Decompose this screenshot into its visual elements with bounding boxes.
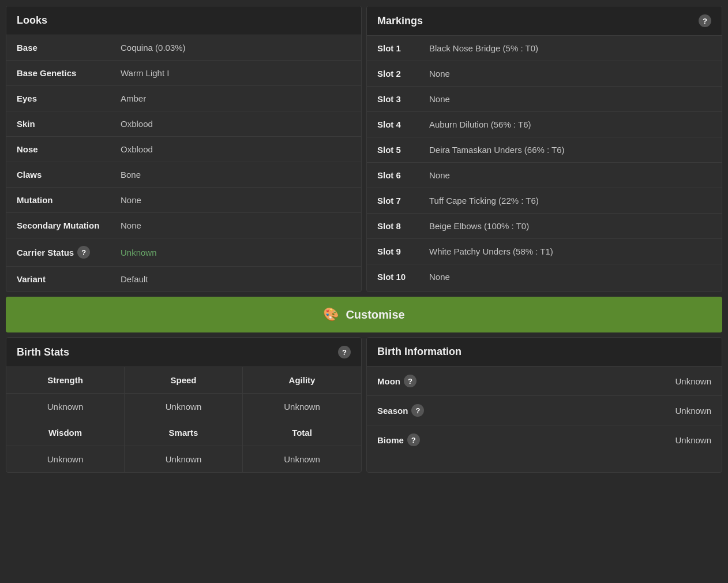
biome-help-icon[interactable]: ? bbox=[407, 433, 420, 446]
main-container: Looks Base Coquina (0.03%) Base Genetics… bbox=[0, 0, 728, 479]
markings-title: Markings bbox=[377, 15, 423, 27]
birth-info-label-season: Season ? bbox=[377, 404, 424, 417]
birth-info-row-season: Season ? Unknown bbox=[367, 396, 722, 425]
looks-row-skin: Skin Oxblood bbox=[6, 111, 361, 137]
bottom-row: Birth Stats ? Strength Speed Agility Unk… bbox=[6, 337, 722, 473]
markings-label-slot8: Slot 8 bbox=[377, 221, 429, 231]
birth-stats-title: Birth Stats bbox=[17, 346, 69, 358]
markings-value-slot7: Tuff Cape Ticking (22% : T6) bbox=[429, 196, 539, 205]
looks-label-base: Base bbox=[17, 43, 121, 53]
stats-value-smarts: Unknown bbox=[125, 446, 243, 472]
stats-grid: Strength Speed Agility Unknown Unknown U… bbox=[6, 367, 361, 420]
markings-row-slot2: Slot 2 None bbox=[367, 61, 722, 87]
birth-info-row-biome: Biome ? Unknown bbox=[367, 425, 722, 454]
season-help-icon[interactable]: ? bbox=[411, 404, 424, 417]
carrier-status-help-icon[interactable]: ? bbox=[77, 246, 90, 259]
birth-stats-panel: Birth Stats ? Strength Speed Agility Unk… bbox=[6, 337, 362, 473]
markings-label-slot2: Slot 2 bbox=[377, 69, 429, 79]
stats-header-total: Total bbox=[243, 420, 361, 446]
markings-value-slot10: None bbox=[429, 272, 450, 282]
looks-panel: Looks Base Coquina (0.03%) Base Genetics… bbox=[6, 6, 362, 292]
looks-label-carrier-status: Carrier Status ? bbox=[17, 246, 121, 259]
markings-value-slot1: Black Nose Bridge (5% : T0) bbox=[429, 43, 538, 53]
looks-row-base-genetics: Base Genetics Warm Light I bbox=[6, 61, 361, 86]
looks-row-eyes: Eyes Amber bbox=[6, 86, 361, 111]
looks-value-nose: Oxblood bbox=[121, 144, 153, 154]
markings-row-slot10: Slot 10 None bbox=[367, 264, 722, 289]
looks-label-eyes: Eyes bbox=[17, 94, 121, 103]
looks-value-secondary-mutation: None bbox=[121, 221, 141, 230]
stats-value-wisdom: Unknown bbox=[6, 446, 125, 472]
birth-info-label-biome: Biome ? bbox=[377, 433, 420, 446]
markings-label-slot4: Slot 4 bbox=[377, 119, 429, 129]
birth-info-label-moon: Moon ? bbox=[377, 375, 416, 387]
markings-row-slot4: Slot 4 Auburn Dilution (56% : T6) bbox=[367, 112, 722, 137]
looks-row-secondary-mutation: Secondary Mutation None bbox=[6, 213, 361, 238]
birth-info-value-season: Unknown bbox=[675, 406, 711, 416]
looks-label-base-genetics: Base Genetics bbox=[17, 68, 121, 78]
customise-button[interactable]: 🎨 Customise bbox=[6, 297, 722, 332]
birth-info-header: Birth Information bbox=[367, 338, 722, 367]
markings-label-slot6: Slot 6 bbox=[377, 170, 429, 180]
markings-header: Markings ? bbox=[367, 6, 722, 36]
customise-label: Customise bbox=[346, 308, 404, 322]
looks-label-secondary-mutation: Secondary Mutation bbox=[17, 221, 121, 230]
top-row: Looks Base Coquina (0.03%) Base Genetics… bbox=[6, 6, 722, 292]
birth-stats-help-icon[interactable]: ? bbox=[338, 346, 351, 358]
moon-help-icon[interactable]: ? bbox=[404, 375, 416, 387]
markings-label-slot1: Slot 1 bbox=[377, 43, 429, 53]
looks-row-carrier-status: Carrier Status ? Unknown bbox=[6, 238, 361, 267]
birth-info-value-moon: Unknown bbox=[675, 376, 711, 386]
markings-value-slot2: None bbox=[429, 69, 450, 79]
birth-info-biome-text: Biome bbox=[377, 435, 404, 445]
looks-value-variant: Default bbox=[121, 274, 148, 284]
looks-label-mutation: Mutation bbox=[17, 195, 121, 205]
markings-value-slot6: None bbox=[429, 170, 450, 180]
looks-value-mutation: None bbox=[121, 195, 141, 205]
markings-label-slot7: Slot 7 bbox=[377, 196, 429, 205]
birth-info-panel: Birth Information Moon ? Unknown Season … bbox=[366, 337, 722, 473]
looks-label-claws: Claws bbox=[17, 170, 121, 180]
birth-info-row-moon: Moon ? Unknown bbox=[367, 367, 722, 396]
looks-label-variant: Variant bbox=[17, 274, 121, 284]
markings-label-slot9: Slot 9 bbox=[377, 246, 429, 256]
looks-value-base: Coquina (0.03%) bbox=[121, 43, 186, 53]
looks-row-claws: Claws Bone bbox=[6, 162, 361, 188]
birth-info-title: Birth Information bbox=[377, 346, 461, 358]
looks-title: Looks bbox=[17, 14, 47, 27]
looks-label-nose: Nose bbox=[17, 144, 121, 154]
markings-label-slot5: Slot 5 bbox=[377, 145, 429, 155]
markings-row-slot3: Slot 3 None bbox=[367, 87, 722, 112]
stats-header-smarts: Smarts bbox=[125, 420, 243, 446]
markings-label-slot10: Slot 10 bbox=[377, 272, 429, 282]
stats-value-agility-row1: Unknown bbox=[243, 394, 361, 420]
birth-info-season-text: Season bbox=[377, 406, 408, 416]
markings-value-slot5: Deira Tamaskan Unders (66% : T6) bbox=[429, 145, 565, 155]
looks-value-skin: Oxblood bbox=[121, 119, 153, 129]
markings-row-slot7: Slot 7 Tuff Cape Ticking (22% : T6) bbox=[367, 188, 722, 214]
markings-help-icon[interactable]: ? bbox=[699, 14, 711, 27]
palette-icon: 🎨 bbox=[323, 307, 339, 322]
stats-header-speed: Speed bbox=[125, 367, 243, 394]
markings-row-slot5: Slot 5 Deira Tamaskan Unders (66% : T6) bbox=[367, 137, 722, 163]
stats-header-strength: Strength bbox=[6, 367, 125, 394]
looks-value-base-genetics: Warm Light I bbox=[121, 68, 169, 78]
birth-info-value-biome: Unknown bbox=[675, 435, 711, 445]
markings-value-slot3: None bbox=[429, 94, 450, 104]
looks-row-variant: Variant Default bbox=[6, 267, 361, 292]
markings-panel: Markings ? Slot 1 Black Nose Bridge (5% … bbox=[366, 6, 722, 292]
looks-label-skin: Skin bbox=[17, 119, 121, 129]
looks-row-mutation: Mutation None bbox=[6, 188, 361, 213]
markings-value-slot4: Auburn Dilution (56% : T6) bbox=[429, 119, 531, 129]
stats-header-wisdom: Wisdom bbox=[6, 420, 125, 446]
markings-value-slot8: Beige Elbows (100% : T0) bbox=[429, 221, 529, 231]
birth-info-moon-text: Moon bbox=[377, 376, 400, 386]
stats-value-total: Unknown bbox=[243, 446, 361, 472]
stats-value-strength-row1: Unknown bbox=[6, 394, 125, 420]
birth-stats-header: Birth Stats ? bbox=[6, 338, 361, 367]
markings-label-slot3: Slot 3 bbox=[377, 94, 429, 104]
looks-header: Looks bbox=[6, 6, 361, 35]
looks-value-carrier-status[interactable]: Unknown bbox=[121, 248, 157, 257]
stats-grid-2: Wisdom Smarts Total Unknown Unknown Unkn… bbox=[6, 420, 361, 472]
looks-value-claws: Bone bbox=[121, 170, 141, 180]
